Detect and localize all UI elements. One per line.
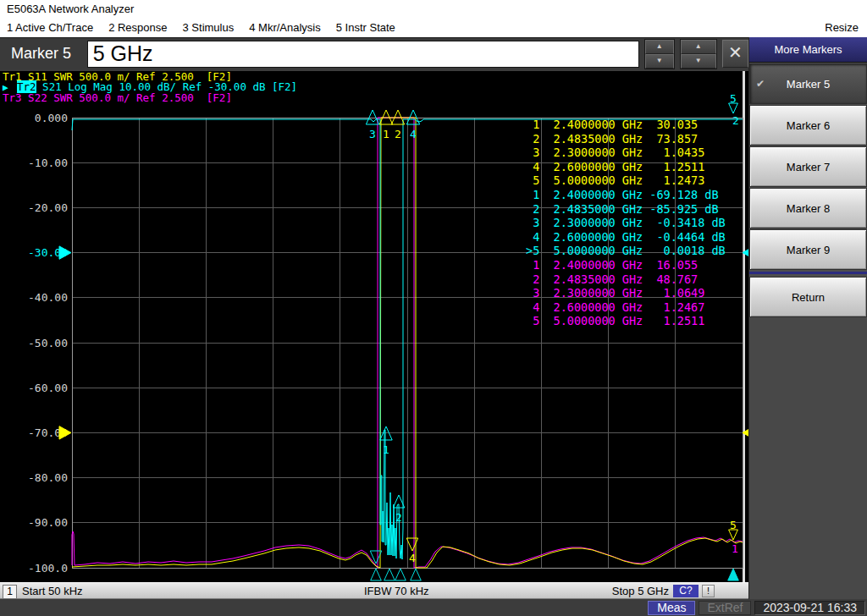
menu-item-mkr-analysis[interactable]: 4 Mkr/Analysis (249, 21, 321, 34)
menu-item-response[interactable]: 2 Response (108, 21, 167, 34)
menu-item-stimulus[interactable]: 3 Stimulus (183, 21, 235, 34)
step-up-small-button[interactable]: ▲ (645, 40, 674, 54)
softkey-filler (749, 317, 867, 599)
marker-readout-table: 1 2.4000000 GHz 30.035 2 2.4835000 GHz 7… (526, 118, 726, 328)
softkey-marker-6[interactable]: Marker 6 (749, 105, 867, 146)
down-arrow-icon: ▼ (656, 57, 663, 64)
cal-status-badge: C? (673, 585, 699, 597)
y-axis-tick-label: -80.00 (28, 471, 68, 484)
y-axis-tick-label: -100.0 (28, 562, 68, 575)
softkey-marker-7[interactable]: Marker 7 (749, 146, 867, 187)
y-axis-tick-label: -40.00 (28, 291, 68, 304)
marker-glyph-label: 2 (732, 114, 739, 127)
marker-glyph-label: 2 (395, 511, 402, 524)
close-icon: ✕ (728, 43, 743, 62)
menu-item-resize[interactable]: Resize (825, 21, 867, 34)
marker-glyph-label: 5 (730, 92, 737, 105)
menu-item-active-ch-trace[interactable]: 1 Active Ch/Trace (7, 21, 93, 34)
channel-number-badge: 1 (3, 585, 17, 599)
marker-glyph-icon (395, 569, 406, 580)
marker-glyph-label: 4 (410, 128, 417, 140)
marker-entry-bar: Marker 5 ▲ ▼ ▲ ▼ ✕ (0, 37, 748, 69)
marker-readout-tr3: 1 2.4000000 GHz 16.055 2 2.4835000 GHz 4… (526, 258, 726, 328)
entry-label: Marker 5 (0, 45, 86, 63)
step-down-small-button[interactable]: ▼ (645, 54, 674, 69)
down-arrow-icon: ▼ (695, 57, 702, 64)
softkey-label: Return (792, 291, 825, 304)
marker-glyph-label: 3 (369, 128, 376, 140)
window-title: E5063A Network Analyzer (7, 3, 134, 15)
marker-glyph-label: 5 (730, 519, 737, 531)
channel-status-bar: 1 Start 50 kHz IFBW 70 kHz Stop 5 GHz C?… (0, 582, 748, 599)
marker-glyph-label: 1 (732, 542, 738, 555)
y-axis-tick-label: -90.00 (28, 516, 68, 529)
trace-legend: Tr1 S11 SWR 500.0 m/ Ref 2.500 [F2] ▶Tr2… (3, 72, 297, 103)
marker-glyph-label: 1 (383, 128, 389, 140)
marker-glyph-icon (743, 426, 748, 439)
instrument-screen: 0.000-10.00-20.00-30.00-40.00-50.00-60.0… (0, 71, 748, 582)
y-axis-tick-label: -10.00 (28, 157, 68, 169)
softkey-separator (749, 272, 867, 274)
marker-glyph-icon (371, 569, 382, 580)
instrument-status-bar: Meas ExtRef 2023-09-21 16:33 (0, 599, 867, 616)
marker-glyph-icon (384, 569, 395, 580)
softkey-label: Marker 9 (787, 244, 830, 256)
softkey-menu: More Markers ✔ Marker 5 Marker 6 Marker … (748, 37, 867, 599)
ifbw-label: IFBW 70 kHz (364, 585, 429, 597)
step-down-large-button[interactable]: ▼ (681, 54, 716, 69)
coarse-stepper: ▲ ▼ (680, 39, 717, 69)
softkey-marker-9[interactable]: Marker 9 (749, 229, 867, 270)
trace3-legend[interactable]: Tr3 S22 SWR 500.0 m/ Ref 2.500 [F2] (3, 93, 297, 103)
marker-glyph-label: 1 (383, 443, 389, 456)
marker-glyph-icon (411, 569, 422, 580)
softkey-label: Marker 7 (787, 161, 830, 173)
stop-frequency-label: Stop 5 GHz (612, 585, 669, 597)
meas-status-badge: Meas (648, 601, 695, 615)
warning-badge: ! (702, 585, 715, 597)
close-entry-button[interactable]: ✕ (722, 40, 748, 68)
step-up-large-button[interactable]: ▲ (681, 40, 716, 54)
up-arrow-icon: ▲ (695, 42, 702, 50)
softkey-label: Marker 8 (787, 202, 830, 215)
extref-status-badge: ExtRef (699, 601, 751, 615)
fine-stepper: ▲ ▼ (644, 39, 675, 69)
softkey-label: Marker 6 (787, 119, 830, 132)
marker-glyph-icon (406, 538, 418, 551)
menu-item-instr-state[interactable]: 5 Instr State (336, 21, 395, 34)
y-axis-tick-label: 0.000 (35, 112, 68, 124)
marker-value-input[interactable] (87, 41, 639, 68)
y-axis-tick-label: -50.00 (28, 337, 68, 349)
marker-glyph-label: 4 (409, 552, 416, 564)
menu-bar: 1 Active Ch/Trace 2 Response 3 Stimulus … (0, 19, 867, 36)
marker-glyph-icon (380, 426, 392, 440)
marker-glyph-icon (728, 569, 739, 580)
marker-readout-tr1: 1 2.4000000 GHz 30.035 2 2.4835000 GHz 7… (526, 118, 726, 188)
up-arrow-icon: ▲ (656, 42, 663, 50)
softkey-header: More Markers (749, 37, 867, 63)
e5063a-window: E5063A Network Analyzer 1 Active Ch/Trac… (0, 0, 867, 616)
softkey-return[interactable]: Return (749, 277, 867, 317)
marker-glyph-icon (743, 246, 748, 259)
softkey-label: Marker 5 (787, 78, 830, 91)
clock: 2023-09-21 16:33 (754, 601, 865, 615)
marker-glyph-label: 2 (395, 128, 401, 140)
start-frequency-label: Start 50 kHz (22, 585, 83, 597)
window-top-area: E5063A Network Analyzer 1 Active Ch/Trac… (0, 0, 867, 37)
y-axis-tick-label: -60.00 (28, 382, 68, 394)
check-icon: ✔ (756, 78, 765, 90)
softkey-marker-5[interactable]: ✔ Marker 5 (749, 63, 867, 104)
marker-readout-tr2: 1 2.4000000 GHz -69.128 dB 2 2.4835000 G… (526, 188, 726, 258)
y-axis-tick-label: -20.00 (28, 201, 68, 214)
softkey-marker-8[interactable]: Marker 8 (749, 188, 867, 228)
